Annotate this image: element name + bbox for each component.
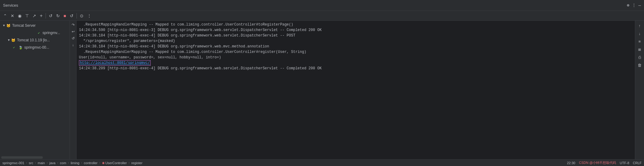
open-config-btn[interactable]: ↗ <box>31 12 38 19</box>
breadcrumb-liming[interactable]: liming <box>71 161 80 165</box>
breadcrumb-com[interactable]: com <box>60 161 66 165</box>
spring-check-icon: ✔ <box>12 45 16 50</box>
main-toolbar: ⌃ ✕ ◉ ⊤ ↗ + ↺ ↻ ■ ↺ ⊙ ⋮ <box>0 11 644 21</box>
scroll-up-btn[interactable]: ↑ <box>636 22 643 29</box>
breadcrumb-register[interactable]: register <box>131 161 142 165</box>
tomcat-icon: 🐱 <box>6 23 11 28</box>
refresh2-btn[interactable]: ↻ <box>55 12 61 19</box>
url-link[interactable]: http://localhost:8081/springmvc/ <box>79 60 151 66</box>
expand-arrow-2 <box>7 38 11 42</box>
eye-btn[interactable]: ◉ <box>16 12 23 19</box>
log-line-8[interactable]: http://localhost:8081/springmvc/ <box>79 60 632 66</box>
scroll-down-btn[interactable]: ↓ <box>636 30 643 37</box>
right-toolbar: ↑ ↓ ≡ ≣ ⎙ 🗑 <box>635 21 644 159</box>
tree-area: 🐱 Tomcat Server ✔ springmv... 🐱 Tomcat 1… <box>0 21 70 156</box>
collapse-btn[interactable]: ⌃ <box>2 12 9 19</box>
breadcrumb-springmvc[interactable]: springmvc-001 <box>2 161 24 165</box>
services-header: Services ⊕ ⋮ — <box>0 0 644 11</box>
status-csdn: CSDN @小钟不想敲代码 <box>579 161 616 165</box>
check-icon: ✔ <box>36 30 41 35</box>
springmv-label: springmv... <box>43 31 60 35</box>
mid-btn-2[interactable]: ↩ <box>70 29 76 35</box>
log-line-2: 14:24:34.590 [http-nio-8081-exec-3] DEBU… <box>79 27 632 33</box>
tomcat-server-label: Tomcat Server <box>12 23 36 28</box>
more-btn[interactable]: ⋮ <box>86 12 93 19</box>
services-tree: 🐱 Tomcat Server ✔ springmv... 🐱 Tomcat 1… <box>0 21 70 159</box>
breadcrumb-usercontroller[interactable]: ◉ UserController <box>102 161 127 165</box>
tomcat-instance-label: Tomcat 10.1.19 [lo... <box>17 38 50 42</box>
breadcrumb-controller[interactable]: controller <box>84 161 97 165</box>
coverage-btn[interactable]: ⊙ <box>78 12 85 19</box>
main-layout: 🐱 Tomcat Server ✔ springmv... 🐱 Tomcat 1… <box>0 21 644 159</box>
log-line-3: 14:24:38.184 [http-nio-8081-exec-4] DEBU… <box>79 33 632 38</box>
console-area: .RequestMappingHandlerMapping -- Mapped … <box>77 21 635 159</box>
delete-btn[interactable]: 🗑 <box>636 61 643 69</box>
print-btn[interactable]: ⎙ <box>636 54 643 61</box>
mid-btn-3[interactable]: ↺ <box>70 35 76 41</box>
log-line-6: .RequestMappingHandlerMapping -- Mapped … <box>79 49 632 55</box>
spring-icon: 🍃 <box>18 45 23 50</box>
globe-icon[interactable]: ⊕ <box>627 3 629 8</box>
expand-arrow <box>2 23 6 28</box>
sidebar-scrollbar[interactable] <box>1 156 43 159</box>
tree-item-tomcat-instance[interactable]: 🐱 Tomcat 10.1.19 [lo... <box>0 36 70 44</box>
header-title: Services <box>3 3 18 8</box>
separator-2 <box>77 13 77 19</box>
align2-btn[interactable]: ≣ <box>636 46 643 53</box>
separator-1 <box>46 13 46 19</box>
mid-toolbar: ↷ ↩ ↺ ↓ <box>70 21 77 159</box>
stop-btn[interactable]: ■ <box>62 12 67 19</box>
more-icon[interactable]: ⋮ <box>632 3 636 8</box>
console-output: .RequestMappingHandlerMapping -- Mapped … <box>77 21 635 159</box>
close-btn[interactable]: ✕ <box>9 12 16 19</box>
tree-item-springmv[interactable]: ✔ springmv... <box>0 29 70 36</box>
status-time: 22:30 <box>567 161 575 165</box>
filter-btn[interactable]: ⊤ <box>24 12 30 19</box>
breadcrumb: springmvc-001 › src › main › java › com … <box>2 161 564 165</box>
log-line-4: "/springmvc/register", parameters={maske… <box>79 38 632 44</box>
minimize-icon[interactable]: — <box>639 3 641 8</box>
breadcrumb-src[interactable]: src <box>29 161 33 165</box>
tree-item-springmvc-001[interactable]: ✔ 🍃 springmvc-00... <box>0 44 70 51</box>
status-right: 22:30 CSDN @小钟不想敲代码 UTF-8 CRLF <box>567 161 642 165</box>
align-btn[interactable]: ≡ <box>636 38 643 45</box>
log-line-5: 14:24:38.184 [http-nio-8081-exec-4] DEBU… <box>79 44 632 49</box>
header-actions: ⊕ ⋮ — <box>627 3 641 8</box>
tomcat-instance-icon: 🐱 <box>11 38 16 43</box>
log-line-9: 14:24:38.209 [http-nio-8081-exec-4] DEBU… <box>79 66 632 71</box>
restart-btn[interactable]: ↺ <box>68 12 75 19</box>
status-line-sep[interactable]: CRLF <box>633 161 642 165</box>
log-line-1: .RequestMappingHandlerMapping -- Mapped … <box>79 22 632 27</box>
breadcrumb-main[interactable]: main <box>38 161 45 165</box>
refresh-btn[interactable]: ↺ <box>47 12 54 19</box>
usercontroller-icon: ◉ <box>102 161 105 164</box>
mid-btn-4[interactable]: ↓ <box>70 42 76 48</box>
tree-item-tomcat-server[interactable]: 🐱 Tomcat Server <box>0 22 70 29</box>
log-line-7: User(id=null, username=, password=, sex=… <box>79 55 632 60</box>
mid-btn-1[interactable]: ↷ <box>70 22 76 28</box>
breadcrumb-java[interactable]: java <box>49 161 55 165</box>
status-bar: springmvc-001 › src › main › java › com … <box>0 159 644 166</box>
add-btn[interactable]: + <box>38 12 44 19</box>
status-encoding[interactable]: UTF-8 <box>620 161 629 165</box>
springmvc-001-label: springmvc-00... <box>24 45 49 50</box>
